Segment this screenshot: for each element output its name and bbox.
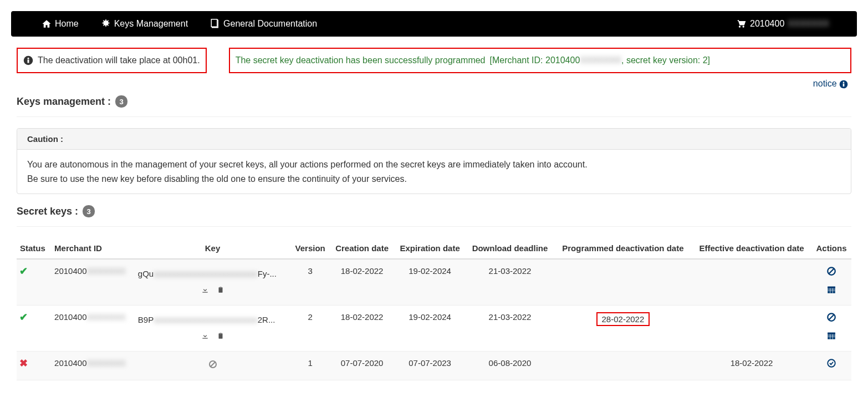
cell-expiration: 19-02-2024 bbox=[394, 259, 466, 306]
alerts-row: The deactivation will take place at 00h0… bbox=[17, 48, 851, 73]
cell-creation: 18-02-2022 bbox=[330, 306, 394, 352]
cell-programmed: 28-02-2022 bbox=[554, 306, 692, 352]
keys-mgmt-title: Keys management : 3 bbox=[17, 95, 851, 108]
cell-expiration: 07-07-2023 bbox=[394, 352, 466, 380]
nav-merchant[interactable]: 2010400XXXXXXX bbox=[736, 18, 829, 29]
cell-status: ✖ bbox=[17, 352, 51, 380]
cell-creation: 18-02-2022 bbox=[330, 259, 394, 306]
nav-docs-label: General Documentation bbox=[223, 19, 317, 29]
cell-merchant: 2010400XXXXXXX bbox=[51, 259, 135, 306]
cell-version: 1 bbox=[290, 352, 330, 380]
th-effective: Effective deactivation date bbox=[692, 238, 811, 259]
clipboard-icon[interactable] bbox=[217, 283, 224, 298]
svg-line-29 bbox=[211, 362, 215, 367]
cell-merchant: 2010400XXXXXXX bbox=[51, 306, 135, 352]
success-alert-bracket: [Merchant ID: 2010400XXXXXXX, secret key… bbox=[490, 55, 711, 65]
cell-actions bbox=[811, 352, 851, 380]
schedule-button[interactable] bbox=[826, 284, 836, 297]
info-alert: The deactivation will take place at 00h0… bbox=[17, 48, 207, 73]
cell-version: 3 bbox=[290, 259, 330, 306]
th-expiration: Expiration date bbox=[394, 238, 466, 259]
table-row: ✔2010400XXXXXXXgQuxxxxxxxxxxxxxxxxxxxxxx… bbox=[17, 259, 851, 306]
nav-merchant-prefix: 2010400 bbox=[750, 19, 784, 29]
deactivate-button[interactable] bbox=[826, 266, 836, 279]
check-icon: ✔ bbox=[19, 265, 28, 277]
info-button[interactable] bbox=[826, 358, 836, 371]
cell-programmed bbox=[554, 352, 692, 380]
keys-table: Status Merchant ID Key Version Creation … bbox=[17, 238, 851, 380]
navbar: Home Keys Management General Documentati… bbox=[11, 11, 857, 37]
th-download: Download deadline bbox=[466, 238, 554, 259]
cell-download: 21-03-2022 bbox=[466, 259, 554, 306]
secret-keys-badge: 3 bbox=[83, 205, 95, 217]
svg-rect-9 bbox=[219, 287, 222, 288]
nav-keys[interactable]: Keys Management bbox=[101, 19, 188, 29]
check-icon: ✔ bbox=[19, 311, 28, 323]
cell-status: ✔ bbox=[17, 259, 51, 306]
nav-home-label: Home bbox=[55, 19, 79, 29]
svg-rect-13 bbox=[828, 287, 835, 288]
secret-keys-title: Secret keys : 3 bbox=[17, 205, 851, 217]
cell-creation: 07-07-2020 bbox=[330, 352, 394, 380]
caution-header: Caution : bbox=[17, 129, 851, 150]
th-merchant: Merchant ID bbox=[51, 238, 135, 259]
svg-rect-19 bbox=[219, 333, 222, 334]
cell-download: 06-08-2020 bbox=[466, 352, 554, 380]
clipboard-icon[interactable] bbox=[217, 329, 224, 344]
starburst-icon bbox=[101, 19, 111, 29]
notice-link[interactable]: notice bbox=[17, 79, 851, 89]
info-icon bbox=[23, 55, 33, 65]
table-row: ✖2010400XXXXXXX107-07-202007-07-202306-0… bbox=[17, 352, 851, 380]
info-circle-icon bbox=[839, 80, 848, 89]
th-version: Version bbox=[290, 238, 330, 259]
info-alert-text: The deactivation will take place at 00h0… bbox=[38, 55, 200, 65]
cell-expiration: 19-02-2024 bbox=[394, 306, 466, 352]
cell-key: gQuxxxxxxxxxxxxxxxxxxxxxxxxxFy-... bbox=[135, 259, 290, 306]
svg-rect-18 bbox=[218, 334, 222, 339]
cell-actions bbox=[811, 259, 851, 306]
disabled-icon bbox=[208, 361, 217, 370]
cell-actions bbox=[811, 306, 851, 352]
cell-version: 2 bbox=[290, 306, 330, 352]
cell-effective bbox=[692, 259, 811, 306]
svg-rect-23 bbox=[828, 333, 835, 334]
cross-icon: ✖ bbox=[19, 357, 28, 369]
cart-icon bbox=[736, 18, 747, 29]
nav-merchant-blur: XXXXXXX bbox=[788, 19, 829, 29]
th-programmed: Programmed deactivation date bbox=[554, 238, 692, 259]
document-icon bbox=[210, 19, 220, 29]
cell-effective bbox=[692, 306, 811, 352]
svg-rect-4 bbox=[28, 60, 29, 63]
download-icon[interactable] bbox=[201, 329, 209, 344]
download-icon[interactable] bbox=[201, 283, 209, 298]
nav-docs[interactable]: General Documentation bbox=[210, 19, 317, 29]
svg-point-3 bbox=[28, 58, 29, 59]
home-icon bbox=[42, 19, 52, 29]
svg-rect-7 bbox=[843, 83, 845, 86]
caution-body: You are autonomous in the management of … bbox=[17, 150, 851, 194]
nav-home[interactable]: Home bbox=[42, 19, 79, 29]
deactivate-button[interactable] bbox=[826, 312, 836, 325]
nav-keys-label: Keys Management bbox=[114, 19, 188, 29]
cell-key: B9Pxxxxxxxxxxxxxxxxxxxxxxxxx2R... bbox=[135, 306, 290, 352]
keys-mgmt-badge: 3 bbox=[115, 95, 127, 108]
success-alert: The secret key deactivation has been suc… bbox=[229, 48, 851, 73]
svg-point-6 bbox=[843, 82, 845, 83]
th-actions: Actions bbox=[811, 238, 851, 259]
svg-line-11 bbox=[829, 269, 834, 274]
cell-key bbox=[135, 352, 290, 380]
th-key: Key bbox=[135, 238, 290, 259]
cell-effective: 18-02-2022 bbox=[692, 352, 811, 380]
svg-rect-1 bbox=[211, 19, 217, 27]
svg-rect-8 bbox=[218, 288, 222, 293]
cell-programmed bbox=[554, 259, 692, 306]
svg-line-21 bbox=[829, 315, 834, 320]
th-status: Status bbox=[17, 238, 51, 259]
cell-download: 21-03-2022 bbox=[466, 306, 554, 352]
cell-merchant: 2010400XXXXXXX bbox=[51, 352, 135, 380]
table-row: ✔2010400XXXXXXXB9Pxxxxxxxxxxxxxxxxxxxxxx… bbox=[17, 306, 851, 352]
schedule-button[interactable] bbox=[826, 330, 836, 343]
caution-panel: Caution : You are autonomous in the mana… bbox=[17, 128, 851, 194]
th-creation: Creation date bbox=[330, 238, 394, 259]
success-alert-main: The secret key deactivation has been suc… bbox=[236, 55, 486, 65]
